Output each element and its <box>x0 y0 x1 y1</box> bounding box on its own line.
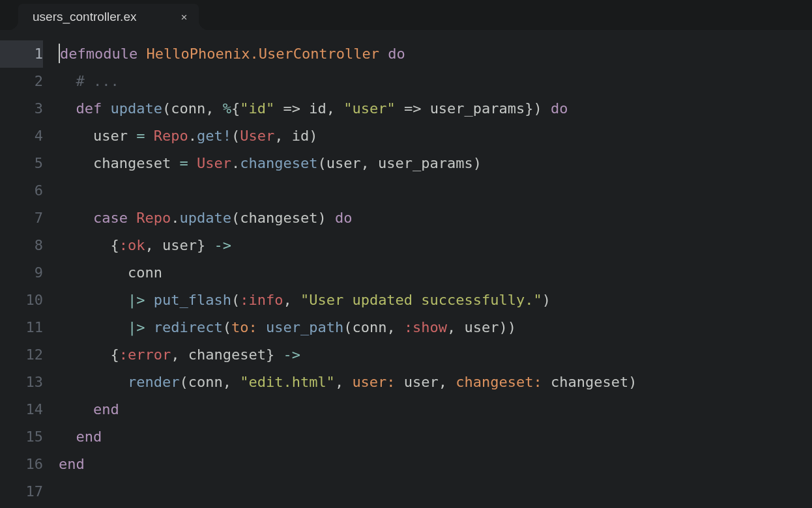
code-line[interactable]: # ... <box>59 68 812 95</box>
code-line[interactable]: render(conn, "edit.html", user: user, ch… <box>59 369 812 396</box>
code-area[interactable]: defmodule HelloPhoenix.UserController do… <box>59 40 812 508</box>
line-number: 13 <box>0 369 43 396</box>
line-number: 8 <box>0 232 43 259</box>
line-number: 2 <box>0 68 43 95</box>
line-number: 1 <box>0 40 43 68</box>
code-line[interactable]: defmodule HelloPhoenix.UserController do <box>59 40 812 68</box>
line-number: 9 <box>0 259 43 287</box>
line-number: 6 <box>0 177 43 205</box>
line-number: 10 <box>0 287 43 314</box>
code-line[interactable]: |> redirect(to: user_path(conn, :show, u… <box>59 314 812 341</box>
code-line[interactable]: def update(conn, %{"id" => id, "user" =>… <box>59 95 812 122</box>
line-number: 17 <box>0 478 43 505</box>
code-line[interactable] <box>59 177 812 205</box>
code-line[interactable]: end <box>59 451 812 478</box>
code-line[interactable]: changeset = User.changeset(user, user_pa… <box>59 150 812 177</box>
line-number: 15 <box>0 423 43 451</box>
code-line[interactable]: end <box>59 396 812 423</box>
line-number: 4 <box>0 122 43 150</box>
line-number: 7 <box>0 205 43 232</box>
gutter: 1 2 3 4 5 6 7 8 9 10 11 12 13 14 15 16 1… <box>0 40 59 508</box>
close-icon[interactable]: × <box>181 12 187 23</box>
line-number: 11 <box>0 314 43 341</box>
code-line[interactable]: end <box>59 423 812 451</box>
line-number: 5 <box>0 150 43 177</box>
code-line[interactable]: {:ok, user} -> <box>59 232 812 259</box>
tab-bar: users_controller.ex × <box>0 0 812 30</box>
line-number: 12 <box>0 341 43 369</box>
tab-filename: users_controller.ex <box>33 10 136 24</box>
code-line[interactable]: |> put_flash(:info, "User updated succes… <box>59 287 812 314</box>
cursor <box>59 44 60 63</box>
code-line[interactable] <box>59 478 812 505</box>
line-number: 16 <box>0 451 43 478</box>
code-line[interactable]: conn <box>59 259 812 287</box>
code-line[interactable]: {:error, changeset} -> <box>59 341 812 369</box>
line-number: 3 <box>0 95 43 122</box>
file-tab[interactable]: users_controller.ex × <box>18 4 199 30</box>
code-line[interactable]: user = Repo.get!(User, id) <box>59 122 812 150</box>
code-editor[interactable]: 1 2 3 4 5 6 7 8 9 10 11 12 13 14 15 16 1… <box>0 30 812 508</box>
line-number: 14 <box>0 396 43 423</box>
code-line[interactable]: case Repo.update(changeset) do <box>59 205 812 232</box>
